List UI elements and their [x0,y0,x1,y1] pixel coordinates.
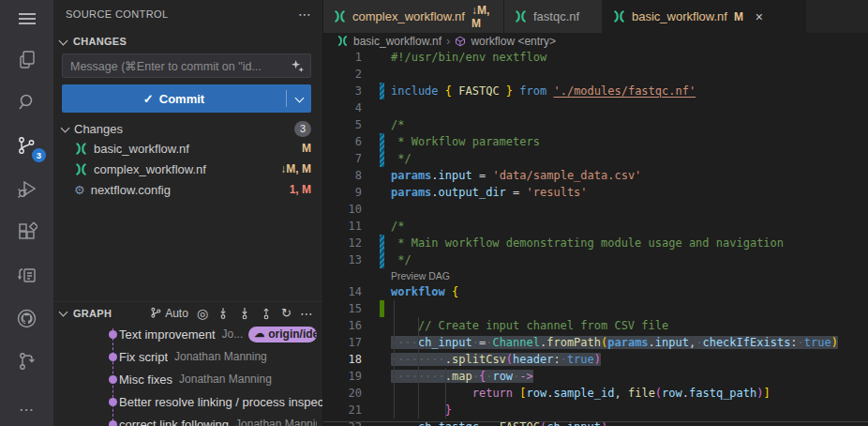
doc-arrow-icon [17,265,37,285]
activity-more-button[interactable]: ⋯ [19,401,35,418]
tab-complex-workflow[interactable]: complex_workflow.nf ↓M, M [323,0,504,33]
editor-gutter[interactable]: 13 [323,251,388,268]
editor-gutter[interactable]: 9 [323,184,388,201]
editor-gutter[interactable]: 22 [323,418,388,426]
breadcrumb-symbol[interactable]: workflow <entry> [471,35,556,48]
code-text[interactable]: ····ch_input·=·Channel.fromPath(params.i… [388,334,838,351]
code-text[interactable] [388,99,391,116]
code-text[interactable]: ········.splitCsv(header:·true) [388,351,601,368]
git-graph-button[interactable] [0,340,53,383]
fetch-icon[interactable] [217,307,230,320]
commit-row[interactable]: Text improvement Jo... ☁ origin/ide-feat… [53,323,317,345]
editor-gutter[interactable]: 12 [323,235,388,251]
code-text[interactable]: * Workflow parameters [388,133,540,150]
git-modified-gutter-icon[interactable] [380,251,384,268]
code-text[interactable]: params.input = 'data/sample_data.csv' [388,167,641,184]
editor-gutter[interactable]: 20 [323,385,388,402]
code-text[interactable]: params.output_dir = 'results' [388,184,588,201]
branch-badge[interactable]: ☁ origin/ide-featu... [248,327,317,342]
editor-gutter[interactable]: 1 [323,49,388,66]
git-modified-gutter-icon[interactable] [380,83,384,99]
cloud-icon: ☁ [254,327,264,340]
source-control-button[interactable]: 3 [0,124,53,167]
git-modified-gutter-icon[interactable] [380,235,384,251]
git-added-gutter-icon[interactable] [380,300,384,317]
code-text[interactable]: * Main workflow demonstrating module usa… [388,235,784,251]
indent-guide [418,317,419,418]
changes-tree-header[interactable]: Changes 3 [53,118,322,139]
github-button[interactable] [0,297,53,340]
editor-gutter[interactable]: 3 [323,83,388,99]
extensions-button[interactable] [0,210,53,253]
graph-auto-button[interactable]: Auto [150,307,188,320]
editor-gutter[interactable]: 15 [323,300,388,317]
file-row-complex-workflow[interactable]: complex_workflow.nf ↓M, M [53,159,322,179]
tab-bar: complex_workflow.nf ↓M, M fastqc.nf basi… [323,0,868,33]
code-text[interactable]: */ [388,150,412,167]
commit-row[interactable]: Misc fixes Jonathan Manning [53,368,317,390]
editor-gutter[interactable]: 14 [323,283,388,300]
editor-gutter[interactable]: 17 [323,334,388,351]
editor-gutter[interactable]: 4 [323,99,388,116]
graph-more-button[interactable]: ⋯ [300,307,313,320]
run-debug-button[interactable] [0,167,53,210]
codelens-action[interactable]: Preview DAG [323,268,868,283]
commit-row[interactable]: Fix script Jonathan Manning [53,345,317,368]
code-line: 7 */ [323,150,868,167]
editor-gutter[interactable]: 18 [323,351,388,368]
code-text[interactable]: workflow { [388,283,458,300]
file-row-basic-workflow[interactable]: basic_workflow.nf M [53,138,322,159]
changes-section-label: CHANGES [73,36,127,47]
tab-fastqc[interactable]: fastqc.nf [504,0,603,33]
code-text[interactable]: /* [388,116,404,133]
git-modified-gutter-icon[interactable] [380,150,384,167]
code-text[interactable] [388,66,391,83]
code-text[interactable]: // Create input channel from CSV file [388,317,668,334]
commit-row[interactable]: Better resolve linking / process inspect… [53,390,317,413]
code-text[interactable]: ch_fastqc = FASTQC(ch_input) [388,418,607,426]
commit-row[interactable]: correct link following Jonathan Manning [53,413,317,426]
changes-section-header[interactable]: CHANGES [53,31,322,52]
code-editor[interactable]: 1#!/usr/bin/env nextflow23include { FAST… [323,49,868,426]
push-icon[interactable] [260,307,273,320]
code-text[interactable]: /* [388,218,404,235]
commit-author: Jonathan Manning [235,418,317,426]
commit-button[interactable]: ✓ Commit [62,84,311,113]
gear-icon: ⚙ [74,184,85,196]
sparkle-icon[interactable] [291,59,305,73]
editor-gutter[interactable]: 19 [323,368,388,385]
breadcrumb-file[interactable]: basic_workflow.nf [353,35,441,48]
editor-gutter[interactable]: 16 [323,317,388,334]
code-text[interactable]: */ [388,251,412,268]
code-text[interactable]: ········.map·{·row·-> [388,368,533,385]
target-icon[interactable]: ◎ [197,307,208,320]
editor-gutter[interactable]: 8 [323,167,388,184]
code-text[interactable] [388,300,391,317]
live-preview-button[interactable] [0,253,53,297]
editor-gutter[interactable]: 7 [323,150,388,167]
git-modified-gutter-icon[interactable] [380,133,384,150]
code-text[interactable]: } [388,402,452,418]
editor-gutter[interactable]: 5 [323,116,388,133]
editor-gutter[interactable]: 11 [323,218,388,235]
file-row-nextflow-config[interactable]: ⚙ nextflow.config 1, M [53,179,322,200]
close-icon[interactable]: × [752,9,767,24]
commit-message-input[interactable]: Message (⌘Enter to commit on "id... [62,53,311,78]
commit-author: Jonathan Manning [174,350,267,363]
graph-section-header[interactable]: GRAPH Auto ◎ ↻ ⋯ [53,301,322,324]
menu-button[interactable] [0,0,53,38]
editor-gutter[interactable]: 21 [323,402,388,418]
pull-icon[interactable] [238,307,251,320]
code-text[interactable] [388,201,391,218]
editor-gutter[interactable]: 10 [323,201,388,218]
pane-more-button[interactable]: ⋯ [298,8,311,21]
explorer-button[interactable] [0,38,53,81]
editor-gutter[interactable]: 2 [323,66,388,83]
refresh-icon[interactable]: ↻ [281,307,292,319]
code-text[interactable]: include { FASTQC } from './modules/fastq… [388,83,696,99]
tab-basic-workflow[interactable]: basic_workflow.nf M × [603,0,806,33]
search-button[interactable] [0,81,53,124]
commit-dropdown-button[interactable] [287,95,311,103]
code-text[interactable]: #!/usr/bin/env nextflow [388,49,546,66]
editor-gutter[interactable]: 6 [323,133,388,150]
